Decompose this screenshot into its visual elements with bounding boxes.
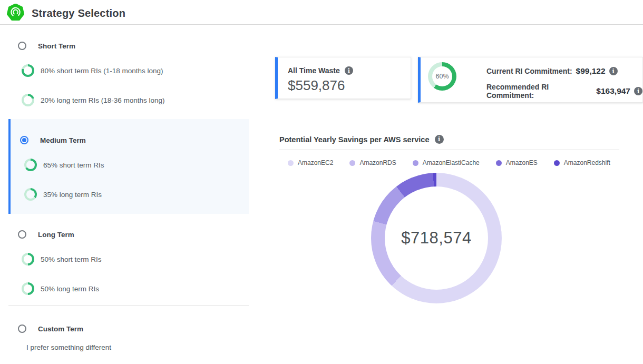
ri-split-ring-icon bbox=[24, 159, 37, 171]
recommended-ri-commitment-label: Recommended RI Commitment: bbox=[486, 83, 592, 100]
waste-card-value: $559,876 bbox=[288, 77, 345, 94]
radio-long-term[interactable] bbox=[18, 230, 26, 239]
legend-item-amazonrds[interactable]: AmazonRDS bbox=[349, 159, 396, 166]
current-ri-commitment-row: Current RI Commitment: $99,122 bbox=[486, 66, 618, 76]
option-custom-term[interactable]: Custom Term bbox=[18, 324, 83, 333]
info-icon[interactable] bbox=[609, 67, 618, 75]
waste-card-label: All Time Waste bbox=[288, 66, 340, 75]
all-time-waste-card: All Time Waste $559,876 bbox=[275, 57, 411, 99]
page-title: Strategy Selection bbox=[32, 7, 125, 19]
legend-label: AmazonES bbox=[506, 159, 538, 166]
legend-item-amazonec2[interactable]: AmazonEC2 bbox=[288, 159, 333, 166]
option-short-term-item-1: 80% short term RIs (1-18 months long) bbox=[22, 64, 163, 77]
option-short-term-item-2: 20% long term RIs (18-36 months long) bbox=[22, 94, 165, 106]
cloudability-logo-icon bbox=[7, 4, 24, 21]
legend-label: AmazonRedshift bbox=[564, 159, 610, 166]
legend-dot-icon bbox=[413, 160, 418, 166]
option-label: Short Term bbox=[38, 42, 75, 50]
info-icon[interactable] bbox=[345, 66, 353, 75]
legend-label: AmazonElastiCache bbox=[423, 159, 480, 166]
ri-split-ring-icon bbox=[22, 282, 34, 295]
option-label: Custom Term bbox=[38, 325, 83, 333]
legend-item-amazonredshift[interactable]: AmazonRedshift bbox=[554, 159, 610, 166]
option-long-term-item-2: 50% long term RIs bbox=[22, 282, 99, 295]
option-label: Medium Term bbox=[40, 136, 86, 144]
ri-split-ring-icon bbox=[24, 188, 37, 201]
ri-utilization-donut: 60% bbox=[428, 62, 456, 91]
info-icon[interactable] bbox=[435, 135, 444, 144]
option-short-term[interactable]: Short Term bbox=[18, 42, 75, 50]
section-divider bbox=[8, 306, 249, 306]
current-ri-commitment-label: Current RI Commitment: bbox=[486, 67, 572, 75]
strategy-selection-page: Strategy Selection Short Term 80% short … bbox=[0, 0, 643, 364]
savings-total-value: $718,574 bbox=[401, 229, 471, 248]
ri-utilization-value: 60% bbox=[432, 66, 452, 86]
savings-donut-wrap: $718,574 bbox=[371, 173, 502, 303]
recommended-ri-commitment-value: $163,947 bbox=[596, 86, 630, 96]
info-icon[interactable] bbox=[634, 87, 642, 95]
custom-term-description: I prefer something different bbox=[26, 343, 111, 351]
option-label: Long Term bbox=[38, 231, 74, 239]
radio-short-term[interactable] bbox=[18, 42, 26, 50]
option-long-term[interactable]: Long Term bbox=[18, 230, 74, 239]
option-long-term-item-1: 50% short term RIs bbox=[22, 253, 102, 265]
legend-dot-icon bbox=[349, 160, 355, 166]
radio-medium-term[interactable] bbox=[20, 136, 28, 144]
ri-split-label: 50% long term RIs bbox=[41, 285, 99, 293]
ri-split-label: 20% long term RIs (18-36 months long) bbox=[41, 96, 165, 104]
option-medium-term-item-1: 65% short term RIs bbox=[24, 159, 104, 171]
chart-divider bbox=[279, 150, 619, 150]
page-header: Strategy Selection bbox=[0, 0, 643, 25]
option-medium-term-panel[interactable]: Medium Term 65% short term RIs 35% long … bbox=[8, 119, 249, 214]
savings-donut-hole: $718,574 bbox=[385, 186, 488, 290]
legend-label: AmazonRDS bbox=[359, 159, 396, 166]
legend-item-amazones[interactable]: AmazonES bbox=[496, 159, 538, 166]
option-custom-term-description: I prefer something different bbox=[26, 343, 111, 351]
ri-split-label: 50% short term RIs bbox=[41, 255, 102, 263]
legend-dot-icon bbox=[496, 160, 502, 166]
legend-dot-icon bbox=[288, 160, 294, 166]
ri-split-label: 35% long term RIs bbox=[43, 191, 102, 199]
current-ri-commitment-value: $99,122 bbox=[576, 66, 606, 76]
ri-split-ring-icon bbox=[22, 64, 34, 77]
legend-label: AmazonEC2 bbox=[298, 159, 333, 166]
ri-split-ring-icon bbox=[22, 94, 34, 106]
recommended-ri-commitment-row: Recommended RI Commitment: $163,947 bbox=[486, 83, 642, 100]
legend-dot-icon bbox=[554, 160, 560, 166]
legend-item-amazonelasticache[interactable]: AmazonElastiCache bbox=[413, 159, 480, 166]
radio-custom-term[interactable] bbox=[18, 324, 26, 333]
ri-commitment-card: 60% Current RI Commitment: $99,122 Recom… bbox=[418, 57, 643, 103]
ri-split-label: 65% short term RIs bbox=[43, 161, 104, 169]
ri-split-ring-icon bbox=[22, 253, 34, 265]
chart-title: Potential Yearly Savings per AWS service bbox=[279, 135, 430, 144]
ri-split-label: 80% short term RIs (1-18 months long) bbox=[41, 67, 163, 75]
option-medium-term[interactable]: Medium Term bbox=[20, 136, 86, 144]
potential-savings-chart: Potential Yearly Savings per AWS service… bbox=[279, 133, 619, 359]
chart-legend: AmazonEC2 AmazonRDS AmazonElastiCache Am… bbox=[288, 159, 610, 166]
option-medium-term-item-2: 35% long term RIs bbox=[24, 188, 102, 201]
